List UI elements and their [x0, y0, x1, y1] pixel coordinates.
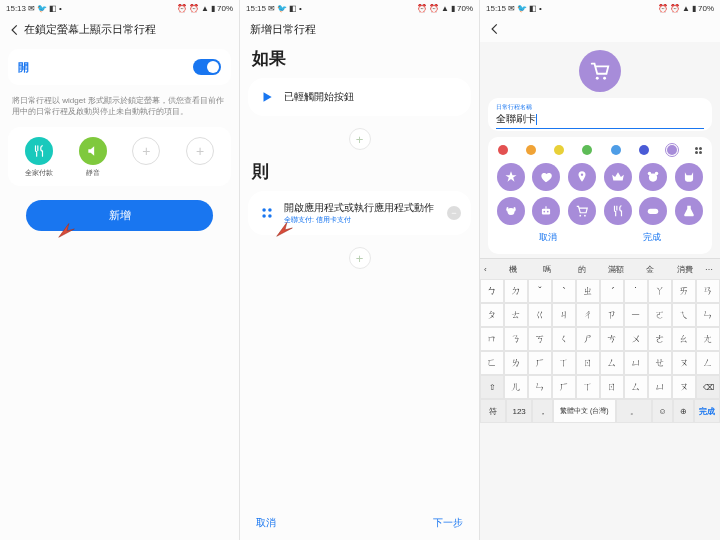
color-purple[interactable] — [667, 145, 677, 155]
if-condition-card[interactable]: 已輕觸開始按鈕 — [248, 78, 471, 116]
key[interactable]: ㄊ — [504, 303, 528, 327]
key[interactable]: ㄨ — [624, 327, 648, 351]
key[interactable]: ㄉ — [504, 279, 528, 303]
key[interactable]: ㄒ — [576, 375, 600, 399]
key[interactable]: ㄔ — [576, 303, 600, 327]
key[interactable]: ˇ — [528, 279, 552, 303]
key-period[interactable]: 。 — [616, 399, 653, 423]
cancel-button[interactable]: 取消 — [256, 516, 276, 530]
key[interactable]: ㄓ — [576, 279, 600, 303]
key[interactable]: ㄋ — [504, 327, 528, 351]
key[interactable]: ㄢ — [696, 279, 720, 303]
next-button[interactable]: 下一步 — [433, 516, 463, 530]
picker-cancel-button[interactable]: 取消 — [539, 231, 557, 244]
icon-option-star[interactable] — [497, 163, 525, 191]
add-then-button[interactable]: + — [349, 247, 371, 269]
more-colors-button[interactable] — [695, 147, 702, 154]
suggestion[interactable]: 機 — [496, 264, 530, 275]
key[interactable]: ㄒ — [552, 351, 576, 375]
key[interactable]: ㄝ — [648, 351, 672, 375]
key-numeric[interactable]: 123 — [506, 399, 532, 423]
name-input[interactable]: 全聯刷卡 — [496, 112, 704, 129]
suggestion[interactable]: 的 — [565, 264, 599, 275]
key[interactable]: ㄤ — [696, 327, 720, 351]
key[interactable]: ㄑ — [552, 327, 576, 351]
add-button[interactable]: 新增 — [26, 200, 213, 231]
key[interactable]: ㄖ — [600, 375, 624, 399]
key-backspace[interactable]: ⌫ — [696, 375, 720, 399]
key[interactable]: ㄩ — [648, 375, 672, 399]
key-space[interactable]: 繁體中文 (台灣) — [553, 399, 616, 423]
color-red[interactable] — [498, 145, 508, 155]
key[interactable]: ㄟ — [672, 303, 696, 327]
key[interactable]: ㄠ — [672, 327, 696, 351]
key[interactable]: ㄅ — [480, 279, 504, 303]
suggestion[interactable]: 嗎 — [530, 264, 564, 275]
key[interactable]: ㄇ — [480, 327, 504, 351]
key[interactable]: ㄜ — [648, 327, 672, 351]
suggestion[interactable]: 金 — [633, 264, 667, 275]
icon-option-game[interactable] — [639, 197, 667, 225]
back-icon[interactable] — [488, 22, 502, 36]
key[interactable]: ㄙ — [600, 351, 624, 375]
suggestion[interactable]: 滿額 — [599, 264, 633, 275]
icon-option-pin[interactable] — [568, 163, 596, 191]
remove-action-button[interactable]: − — [447, 206, 461, 220]
key[interactable]: ㄛ — [648, 303, 672, 327]
icon-option-heart[interactable] — [532, 163, 560, 191]
key-shift[interactable]: ⇧ — [480, 375, 504, 399]
icon-option-robot[interactable] — [532, 197, 560, 225]
key[interactable]: ˙ — [624, 279, 648, 303]
routine-item-empty-2[interactable]: + — [176, 137, 224, 178]
key[interactable]: ㄗ — [600, 303, 624, 327]
key[interactable]: ㄩ — [624, 351, 648, 375]
key-globe[interactable]: ⊕ — [673, 399, 694, 423]
icon-option-utensils[interactable] — [604, 197, 632, 225]
key[interactable]: ㄎ — [528, 327, 552, 351]
key[interactable]: ˊ — [600, 279, 624, 303]
icon-option-cart[interactable] — [568, 197, 596, 225]
key[interactable]: ㄥ — [696, 351, 720, 375]
toggle-switch[interactable] — [193, 59, 221, 75]
icon-option-cat[interactable] — [675, 163, 703, 191]
key[interactable]: ㄏ — [528, 351, 552, 375]
key[interactable]: ㄡ — [672, 351, 696, 375]
back-icon[interactable] — [8, 23, 22, 37]
suggestion[interactable]: 消費 — [668, 264, 702, 275]
key-emoji[interactable]: ☺ — [652, 399, 673, 423]
suggestion-back-icon[interactable]: ‹ — [484, 265, 496, 274]
add-if-button[interactable]: + — [349, 128, 371, 150]
color-orange[interactable] — [526, 145, 536, 155]
routine-item-pay[interactable]: 全家付款 — [15, 137, 63, 178]
then-action-card[interactable]: 開啟應用程式或執行應用程式動作 全聯支付: 信用卡支付 − — [248, 191, 471, 235]
icon-option-bear[interactable] — [639, 163, 667, 191]
color-green[interactable] — [582, 145, 592, 155]
key-done[interactable]: 完成 — [694, 399, 720, 423]
key[interactable]: ㄙ — [624, 375, 648, 399]
key[interactable]: ㄦ — [504, 375, 528, 399]
suggestion-more-icon[interactable]: ⋯ — [702, 265, 716, 274]
key[interactable]: ㄏ — [552, 375, 576, 399]
icon-option-flask[interactable] — [675, 197, 703, 225]
key[interactable]: ㄘ — [600, 327, 624, 351]
key[interactable]: ㄖ — [576, 351, 600, 375]
enable-toggle-row[interactable]: 開 — [8, 49, 231, 85]
key[interactable]: ㄆ — [480, 303, 504, 327]
color-yellow[interactable] — [554, 145, 564, 155]
key[interactable]: ㄐ — [552, 303, 576, 327]
key-symbol[interactable]: 符 — [480, 399, 506, 423]
key-comma[interactable]: ， — [532, 399, 553, 423]
color-indigo[interactable] — [639, 145, 649, 155]
key[interactable]: ㄧ — [624, 303, 648, 327]
key[interactable]: ㄈ — [480, 351, 504, 375]
key[interactable]: ㄍ — [528, 303, 552, 327]
routine-item-empty-1[interactable]: + — [122, 137, 170, 178]
color-blue[interactable] — [611, 145, 621, 155]
icon-option-crown[interactable] — [604, 163, 632, 191]
icon-option-dog[interactable] — [497, 197, 525, 225]
key[interactable]: ㄣ — [696, 303, 720, 327]
picker-done-button[interactable]: 完成 — [643, 231, 661, 244]
key[interactable]: ㄣ — [528, 375, 552, 399]
routine-avatar[interactable] — [579, 50, 621, 92]
routine-item-mute[interactable]: 靜音 — [69, 137, 117, 178]
